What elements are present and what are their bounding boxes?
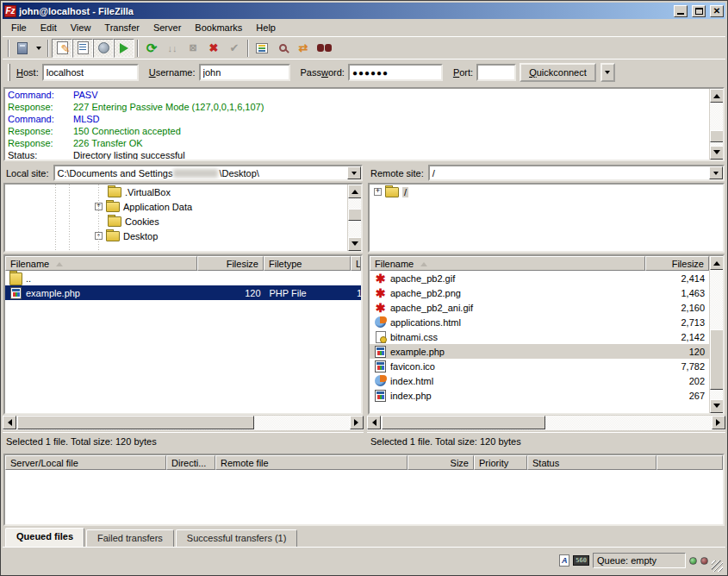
refresh-button[interactable]: ⟳ <box>141 39 162 58</box>
column-header-status[interactable]: Status <box>527 455 656 470</box>
scroll-thumb[interactable] <box>710 329 724 390</box>
column-header-filename[interactable]: Filename <box>5 256 197 271</box>
triangle-up-icon <box>352 186 358 194</box>
expand-icon[interactable]: + <box>374 188 382 196</box>
remote-file-row[interactable]: ✱apache_pb2_ani.gif2,160 <box>370 300 709 315</box>
scroll-thumb[interactable] <box>382 416 545 429</box>
toolbar-grip[interactable] <box>8 64 10 81</box>
remote-horizontal-scrollbar[interactable] <box>367 416 725 430</box>
column-header-lastmodified[interactable]: L <box>351 256 361 271</box>
resize-grip[interactable] <box>712 560 723 572</box>
cancel-operation-button[interactable]: ⊠ <box>183 39 203 58</box>
host-input[interactable] <box>42 64 139 81</box>
remote-list-scrollbar[interactable] <box>709 256 723 413</box>
local-path-dropdown[interactable] <box>347 166 361 179</box>
scroll-down-button[interactable] <box>348 237 362 251</box>
local-file-row[interactable]: .. <box>5 271 361 285</box>
process-queue-button[interactable]: ↓↓ <box>162 39 183 58</box>
tab-queued-files[interactable]: Queued files <box>5 528 84 547</box>
tree-item[interactable]: + / <box>370 185 723 199</box>
local-tree-scrollbar[interactable] <box>347 185 361 251</box>
column-header-filesize[interactable]: Filesize <box>197 256 264 271</box>
column-header-filename[interactable]: Filename <box>370 256 645 271</box>
remote-path-dropdown[interactable] <box>709 166 723 179</box>
column-header-server-local-file[interactable]: Server/Local file <box>5 455 166 470</box>
remote-file-row[interactable]: ✱apache_pb2.png1,463 <box>370 285 709 300</box>
remote-file-row[interactable]: index.php267 <box>370 388 709 403</box>
local-path-prefix: C:\Documents and Settings <box>58 168 173 178</box>
log-line-text: PASV <box>73 89 98 101</box>
file-size: 2,160 <box>645 300 709 315</box>
column-header-filetype[interactable]: Filetype <box>264 256 351 271</box>
scroll-up-button[interactable] <box>710 89 724 103</box>
close-button[interactable]: ✕ <box>710 5 724 17</box>
scroll-left-button[interactable] <box>367 416 381 429</box>
column-header-priority[interactable]: Priority <box>474 455 527 470</box>
log-scrollbar[interactable] <box>709 89 723 160</box>
remote-path-combo[interactable]: / <box>428 165 725 181</box>
local-path-combo[interactable]: C:\Documents and Settings\Desktop\ <box>53 165 363 181</box>
filter-button[interactable] <box>252 39 272 58</box>
triangle-down-icon <box>352 241 358 249</box>
menu-help[interactable]: Help <box>249 20 283 35</box>
toggle-transfer-queue-button[interactable] <box>114 39 134 58</box>
disconnect-button[interactable]: ✖ <box>203 39 224 58</box>
scroll-down-button[interactable] <box>710 399 724 413</box>
toggle-local-tree-button[interactable] <box>72 39 93 58</box>
quickconnect-bar: Host: Username: Password: Port: Quickcon… <box>3 59 725 85</box>
remote-file-row-selected[interactable]: example.php120 <box>370 344 709 359</box>
site-manager-dropdown[interactable] <box>33 39 45 58</box>
tab-failed-transfers[interactable]: Failed transfers <box>86 529 174 547</box>
synchronized-browsing-button[interactable]: ⇄ <box>293 39 314 58</box>
column-header-direction[interactable]: Directi... <box>166 455 215 470</box>
menu-transfer[interactable]: Transfer <box>97 20 146 35</box>
scroll-thumb[interactable] <box>17 416 254 429</box>
quickconnect-button[interactable]: Quickconnect <box>520 63 596 82</box>
maximize-button[interactable] <box>692 5 706 17</box>
sync-arrows-icon: ⇄ <box>299 41 308 54</box>
scroll-thumb[interactable] <box>710 130 724 142</box>
menu-edit[interactable]: Edit <box>34 20 64 35</box>
remote-file-row[interactable]: index.html202 <box>370 373 709 388</box>
scroll-up-button[interactable] <box>710 256 724 270</box>
local-horizontal-scrollbar[interactable] <box>3 416 364 430</box>
data-type-indicator: A <box>559 554 569 567</box>
tree-item[interactable]: .VirtualBox <box>5 185 361 199</box>
scroll-right-button[interactable] <box>712 416 725 429</box>
column-header-filesize[interactable]: Filesize <box>645 256 709 271</box>
toggle-remote-tree-button[interactable] <box>93 39 114 58</box>
find-files-button[interactable] <box>314 39 334 58</box>
remote-file-row[interactable]: applications.html2,713 <box>370 315 709 329</box>
toggle-message-log-button[interactable]: ✎ <box>52 39 72 58</box>
password-input[interactable] <box>348 64 443 81</box>
tree-item[interactable]: +Application Data <box>5 199 361 214</box>
remote-file-row[interactable]: bitnami.css2,142 <box>370 329 709 344</box>
menu-server[interactable]: Server <box>146 20 188 35</box>
tab-successful-transfers[interactable]: Successful transfers (1) <box>176 529 298 547</box>
php-file-icon <box>375 346 386 358</box>
local-file-row-selected[interactable]: example.php 120 PHP File 1 <box>5 285 361 300</box>
scroll-right-button[interactable] <box>350 416 364 429</box>
scroll-left-button[interactable] <box>3 416 16 429</box>
menu-bookmarks[interactable]: Bookmarks <box>188 20 249 35</box>
recheck-button[interactable]: ✔ <box>224 39 245 58</box>
scroll-thumb[interactable] <box>348 209 362 221</box>
column-header-size[interactable]: Size <box>408 455 474 470</box>
directory-comparison-button[interactable] <box>272 39 293 58</box>
tree-item[interactable]: -Desktop <box>5 229 361 243</box>
site-manager-button[interactable] <box>12 39 33 58</box>
minimize-button[interactable] <box>674 5 688 17</box>
quickconnect-dropdown[interactable] <box>600 63 615 82</box>
menu-view[interactable]: View <box>64 20 98 35</box>
username-input[interactable] <box>199 64 290 81</box>
column-header-remote-file[interactable]: Remote file <box>215 455 408 470</box>
speed-limit-indicator[interactable]: 560 <box>573 554 589 567</box>
activity-led-green <box>689 557 697 565</box>
menu-file[interactable]: File <box>4 20 34 35</box>
remote-file-row[interactable]: ✱apache_pb2.gif2,414 <box>370 271 709 285</box>
scroll-up-button[interactable] <box>348 185 362 198</box>
scroll-down-button[interactable] <box>710 146 724 160</box>
tree-item[interactable]: Cookies <box>5 214 361 229</box>
port-input[interactable] <box>476 64 516 81</box>
remote-file-row[interactable]: favicon.ico7,782 <box>370 359 709 373</box>
